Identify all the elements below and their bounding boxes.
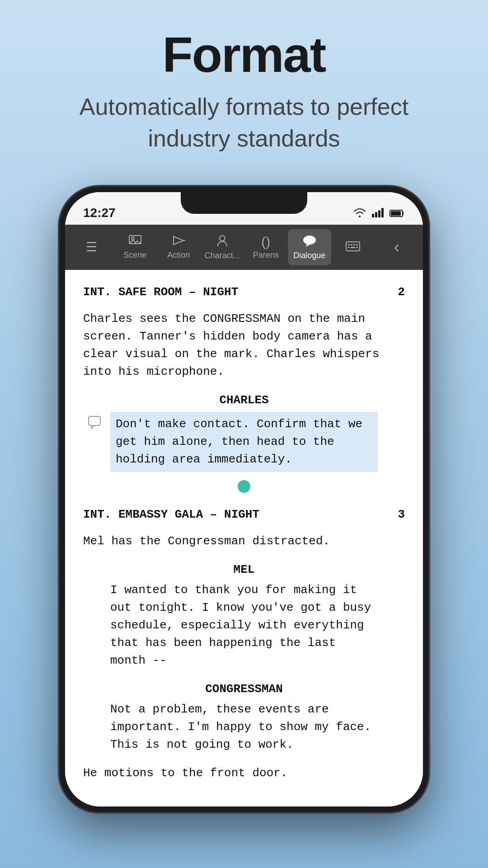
toolbar-menu-button[interactable]: ☰ xyxy=(70,229,113,265)
scene2-number: 2 xyxy=(398,283,405,301)
keyboard-icon xyxy=(345,241,361,254)
svg-marker-8 xyxy=(174,236,183,245)
svg-rect-0 xyxy=(372,214,374,217)
action-label: Action xyxy=(167,250,190,260)
scene-label: Scene xyxy=(123,250,146,260)
svg-rect-18 xyxy=(351,247,355,248)
toolbar-back-button[interactable]: ‹ xyxy=(375,229,419,265)
toolbar-scene-button[interactable]: Scene xyxy=(113,229,157,265)
scene3-action: Mel has the Congressman distracted. xyxy=(83,533,405,550)
scene3-header: INT. EMBASSY GALA – NIGHT 3 xyxy=(83,506,405,524)
toolbar-parens-button[interactable]: () Parens xyxy=(244,229,288,265)
phone-frame: 12:27 xyxy=(59,186,429,813)
scene2-heading: INT. SAFE ROOM – NIGHT xyxy=(83,283,238,301)
svg-rect-14 xyxy=(351,244,352,245)
toolbar-dialogue-button[interactable]: Dialogue xyxy=(288,229,332,265)
svg-rect-1 xyxy=(375,212,377,217)
mel-character: MEL xyxy=(83,561,405,579)
scene2-character: CHARLES xyxy=(83,392,405,409)
status-time: 12:27 xyxy=(83,206,116,220)
cursor-dot xyxy=(238,480,250,493)
congressman-character: CONGRESSMAN xyxy=(83,680,405,698)
dialogue-label: Dialogue xyxy=(293,251,325,260)
scene3-number: 3 xyxy=(398,506,405,524)
svg-rect-12 xyxy=(346,242,360,251)
svg-rect-3 xyxy=(381,208,384,217)
battery-icon xyxy=(389,208,405,220)
svg-point-10 xyxy=(220,236,225,241)
wifi-icon xyxy=(353,208,366,220)
subtitle: Automatically formats to perfect industr… xyxy=(27,91,461,154)
scene2-dialogue-text[interactable]: Don't make contact. Confirm that we get … xyxy=(110,412,378,472)
svg-rect-19 xyxy=(356,247,358,248)
phone-wrapper: 12:27 xyxy=(59,186,429,813)
status-icons xyxy=(353,208,405,220)
svg-rect-20 xyxy=(89,416,100,425)
comment-icon-wrapper xyxy=(88,415,101,435)
scene2-action: Charles sees the CONGRESSMAN on the main… xyxy=(83,310,405,381)
phone-inner: 12:27 xyxy=(65,192,423,807)
svg-rect-5 xyxy=(391,211,401,216)
svg-point-11 xyxy=(303,236,316,245)
mel-dialogue: I wanted to thank you for making it out … xyxy=(110,581,378,670)
scene3-action2: He motions to the front door. xyxy=(83,764,405,782)
back-icon: ‹ xyxy=(394,239,399,255)
notch xyxy=(181,192,307,214)
svg-point-7 xyxy=(131,237,134,240)
svg-rect-17 xyxy=(348,247,350,248)
character-label: Charact... xyxy=(205,251,240,260)
action-icon xyxy=(172,235,185,249)
toolbar: ☰ Scene xyxy=(65,225,423,270)
scene2-header: INT. SAFE ROOM – NIGHT 2 xyxy=(83,283,405,301)
toolbar-action-button[interactable]: Action xyxy=(157,229,201,265)
svg-rect-15 xyxy=(353,244,355,245)
svg-rect-16 xyxy=(356,244,358,245)
header-section: Format Automatically formats to perfect … xyxy=(0,0,488,172)
toolbar-keyboard-button[interactable] xyxy=(331,229,375,265)
cursor-dot-wrapper xyxy=(83,476,405,506)
main-title: Format xyxy=(27,27,461,82)
parens-icon: () xyxy=(261,235,270,249)
svg-rect-13 xyxy=(348,244,350,245)
scene2-dialogue-block: Don't make contact. Confirm that we get … xyxy=(110,412,378,472)
toolbar-character-button[interactable]: Charact... xyxy=(201,229,244,265)
parens-label: Parens xyxy=(253,250,279,260)
comment-icon xyxy=(88,415,101,429)
dialogue-icon xyxy=(302,234,317,249)
svg-rect-2 xyxy=(378,210,380,217)
scene-icon xyxy=(128,235,142,249)
congressman-dialogue: Not a problem, these events are importan… xyxy=(110,701,378,754)
menu-icon: ☰ xyxy=(86,241,97,254)
scene3-heading: INT. EMBASSY GALA – NIGHT xyxy=(83,506,259,524)
signal-icon xyxy=(371,208,384,220)
character-icon xyxy=(216,234,229,249)
script-area: INT. SAFE ROOM – NIGHT 2 Charles sees th… xyxy=(65,270,423,807)
